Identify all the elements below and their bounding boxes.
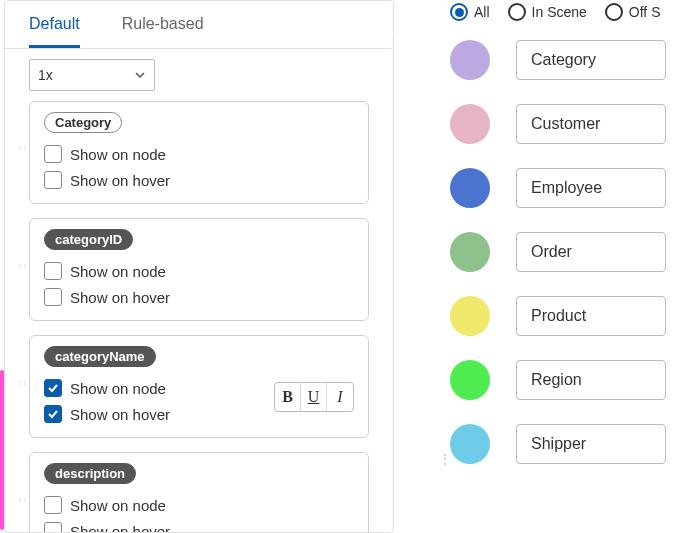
category-row: Customer bbox=[450, 104, 684, 144]
filter-radios: All In Scene Off S bbox=[450, 0, 684, 24]
drag-handle-icon[interactable]: ⋮⋮ bbox=[18, 498, 26, 510]
scale-value: 1x bbox=[38, 67, 53, 83]
category-box[interactable]: Employee bbox=[516, 168, 666, 208]
text-format-group: BUI bbox=[274, 382, 354, 412]
radio-in-scene[interactable]: In Scene bbox=[508, 3, 587, 21]
show-on-hover-checkbox[interactable] bbox=[44, 522, 62, 533]
settings-panel: Default Rule-based 1x ⋮⋮CategoryShow on … bbox=[4, 0, 394, 533]
category-row: Product bbox=[450, 296, 684, 336]
radio-all[interactable]: All bbox=[450, 3, 490, 21]
field-card: ⋮⋮CategoryShow on nodeShow on hover bbox=[29, 101, 369, 204]
field-pill: description bbox=[44, 463, 136, 484]
color-dot[interactable] bbox=[450, 168, 490, 208]
check-row: Show on node bbox=[44, 141, 354, 167]
show-on-node-checkbox[interactable] bbox=[44, 379, 62, 397]
check-row: Show on hover bbox=[44, 167, 354, 193]
check-label: Show on node bbox=[70, 146, 166, 163]
color-dot[interactable] bbox=[450, 360, 490, 400]
show-on-hover-checkbox[interactable] bbox=[44, 288, 62, 306]
category-box[interactable]: Product bbox=[516, 296, 666, 336]
scale-dropdown[interactable]: 1x bbox=[29, 59, 155, 91]
tab-rulebased[interactable]: Rule-based bbox=[122, 1, 204, 48]
category-box[interactable]: Shipper bbox=[516, 424, 666, 464]
radio-label: All bbox=[474, 4, 490, 20]
category-row: Employee bbox=[450, 168, 684, 208]
show-on-node-checkbox[interactable] bbox=[44, 496, 62, 514]
check-row: Show on node bbox=[44, 258, 354, 284]
drag-handle-icon[interactable]: ⋮⋮ bbox=[18, 264, 26, 276]
color-dot[interactable] bbox=[450, 104, 490, 144]
check-label: Show on hover bbox=[70, 172, 170, 189]
radio-icon bbox=[450, 3, 468, 21]
field-pill: categoryID bbox=[44, 229, 133, 250]
category-box[interactable]: Category bbox=[516, 40, 666, 80]
radio-label: Off S bbox=[629, 4, 661, 20]
drag-handle-icon[interactable]: ⋮⋮ bbox=[18, 147, 26, 159]
tab-default[interactable]: Default bbox=[29, 1, 80, 48]
field-cards: ⋮⋮CategoryShow on nodeShow on hover⋮⋮cat… bbox=[5, 101, 393, 533]
check-label: Show on node bbox=[70, 497, 166, 514]
radio-icon bbox=[605, 3, 623, 21]
show-on-node-checkbox[interactable] bbox=[44, 145, 62, 163]
radio-label: In Scene bbox=[532, 4, 587, 20]
show-on-hover-checkbox[interactable] bbox=[44, 405, 62, 423]
category-box[interactable]: Order bbox=[516, 232, 666, 272]
check-row: Show on hover bbox=[44, 284, 354, 310]
category-row: Shipper bbox=[450, 424, 684, 464]
category-box[interactable]: Region bbox=[516, 360, 666, 400]
check-row: Show on hover bbox=[44, 518, 354, 533]
chevron-down-icon bbox=[134, 69, 146, 81]
show-on-node-checkbox[interactable] bbox=[44, 262, 62, 280]
legend-panel: All In Scene Off S CategoryCustomerEmplo… bbox=[450, 0, 684, 464]
field-pill: categoryName bbox=[44, 346, 156, 367]
drag-handle-icon[interactable]: ⋮⋮ bbox=[18, 381, 26, 393]
field-card: ⋮⋮categoryIDShow on nodeShow on hover bbox=[29, 218, 369, 321]
underline-button[interactable]: U bbox=[301, 383, 327, 411]
category-row: Order bbox=[450, 232, 684, 272]
check-label: Show on hover bbox=[70, 289, 170, 306]
check-row: Show on node bbox=[44, 492, 354, 518]
check-label: Show on hover bbox=[70, 523, 170, 534]
category-list: CategoryCustomerEmployeeOrderProductRegi… bbox=[450, 40, 684, 464]
category-box[interactable]: Customer bbox=[516, 104, 666, 144]
color-dot[interactable] bbox=[450, 424, 490, 464]
field-card: ⋮⋮descriptionShow on nodeShow on hover bbox=[29, 452, 369, 533]
show-on-hover-checkbox[interactable] bbox=[44, 171, 62, 189]
radio-icon bbox=[508, 3, 526, 21]
category-row: Category bbox=[450, 40, 684, 80]
italic-button[interactable]: I bbox=[327, 383, 353, 411]
check-label: Show on node bbox=[70, 380, 166, 397]
color-dot[interactable] bbox=[450, 40, 490, 80]
field-card: ⋮⋮categoryNameShow on nodeShow on hoverB… bbox=[29, 335, 369, 438]
bold-button[interactable]: B bbox=[275, 383, 301, 411]
category-row: Region bbox=[450, 360, 684, 400]
tab-bar: Default Rule-based bbox=[5, 1, 393, 49]
check-label: Show on hover bbox=[70, 406, 170, 423]
color-dot[interactable] bbox=[450, 232, 490, 272]
drag-handle-icon[interactable]: ⋮ bbox=[438, 456, 452, 462]
radio-off-scene[interactable]: Off S bbox=[605, 3, 661, 21]
field-pill: Category bbox=[44, 112, 122, 133]
color-dot[interactable] bbox=[450, 296, 490, 336]
check-label: Show on node bbox=[70, 263, 166, 280]
